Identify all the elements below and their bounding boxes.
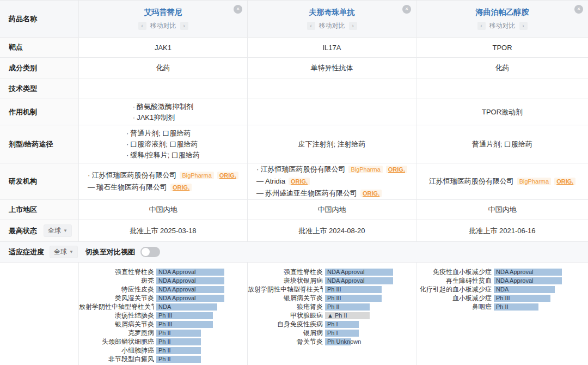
market-cell: 中国内地 — [79, 200, 248, 220]
close-icon[interactable]: ✕ — [574, 5, 583, 14]
row-label-category: 成分类别 — [0, 58, 79, 78]
developer-line: 江苏恒瑞医药股份有限公司BigPharmaORIG. — [429, 175, 576, 187]
market-cell: 中国内地 — [248, 200, 416, 220]
dosage-cell: ·普通片剂; 口服给药 ·口服溶液剂; 口服给药 ·缓释/控释片; 口服给药 — [79, 125, 248, 163]
indication-chart-1: 强直性脊柱炎NDA Approval斑秃NDA Approval特应性皮炎NDA… — [79, 263, 248, 365]
close-icon[interactable]: ✕ — [402, 5, 411, 14]
move-right-icon[interactable]: › — [519, 22, 528, 30]
mechanism-cell: ·酪氨酸激酶抑制剂 ·JAK1抑制剂 — [79, 99, 248, 125]
indication-phase-bar: NDA Approval — [325, 277, 393, 284]
indication-row: 银屑病关节炎Ph III — [248, 294, 416, 302]
indication-label: 类风湿关节炎 — [79, 294, 154, 303]
indication-row: 放射学阴性中轴型脊柱关节...NDA — [79, 302, 247, 311]
indication-phase-bar: NDA Approval — [156, 277, 224, 284]
indication-row: 克罗恩病Ph II — [79, 328, 247, 337]
indication-label: 银屑病关节炎 — [79, 320, 154, 329]
indication-label: 放射学阴性中轴型脊柱关节... — [248, 285, 323, 294]
compare-view-toggle-label: 切换至对比视图 — [85, 247, 135, 257]
tech-type-cell — [248, 78, 416, 99]
target-cell: IL17A — [248, 38, 416, 58]
move-left-icon[interactable]: ‹ — [138, 22, 146, 30]
move-left-icon[interactable]: ‹ — [307, 22, 315, 30]
indication-label: 狼疮肾炎 — [248, 302, 323, 312]
indication-label: 头颈部鳞状细胞癌 — [79, 337, 154, 346]
indication-row: 银屑病关节炎Ph III — [79, 320, 247, 328]
orig-link[interactable]: ORIG. — [289, 178, 310, 185]
indication-phase-bar: Ph II — [494, 303, 538, 311]
developer-line: —AtridiaORIG. — [256, 175, 407, 187]
developer-line: ·江苏恒瑞医药股份有限公司BigPharmaORIG. — [256, 163, 407, 175]
dosage-cell: 皮下注射剂; 注射给药 — [248, 125, 416, 163]
drug-name-link[interactable]: 夫那奇珠单抗 — [309, 8, 355, 17]
indication-label: 强直性脊柱炎 — [79, 267, 154, 277]
indication-phase-bar: Ph II — [156, 347, 201, 354]
row-label-developer: 研发机构 — [0, 163, 79, 200]
developer-cell: ·江苏恒瑞医药股份有限公司BigPharmaORIG. —瑞石生物医药有限公司O… — [79, 163, 248, 200]
indication-row: 化疗引起的血小板减少症NDA — [416, 285, 588, 294]
indication-label: 银屑病 — [248, 328, 323, 338]
indication-phase-bar: NDA Approval — [494, 277, 562, 284]
indication-label: 小细胞肺癌 — [79, 346, 154, 355]
compare-view-toggle[interactable] — [140, 247, 160, 257]
indication-row: 特应性皮炎NDA Approval — [79, 285, 247, 294]
row-label-drug-name: 药品名称 — [0, 1, 79, 38]
status-cell: 批准上市 2025-03-18 — [79, 220, 248, 242]
developer-line: —瑞石生物医药有限公司ORIG. — [88, 181, 238, 193]
status-cell: 批准上市 2024-08-20 — [248, 220, 416, 242]
indication-progress-row: 适应症进度 全球▼ 切换至对比视图 — [0, 242, 588, 263]
indication-label: 血小板减少症 — [416, 294, 492, 303]
indication-row: 自身免疫性疾病Ph I — [248, 320, 416, 328]
indication-phase-bar: Ph Unknown — [325, 338, 351, 345]
indication-phase-bar: Ph III — [325, 286, 382, 293]
orig-link[interactable]: ORIG. — [360, 190, 382, 197]
indication-phase-bar: NDA Approval — [325, 269, 393, 276]
drug-header-1: ✕ 艾玛昔替尼 ‹ 移动对比 › — [79, 1, 248, 38]
indication-row: 头颈部鳞状细胞癌Ph II — [79, 337, 247, 346]
indication-phase-bar: NDA — [156, 303, 217, 311]
mechanism-item: ·JAK1抑制剂 — [133, 112, 193, 123]
developer-cell: 江苏恒瑞医药股份有限公司BigPharmaORIG. — [416, 163, 588, 200]
indication-phase-bar: NDA Approval — [156, 295, 224, 302]
move-right-icon[interactable]: › — [349, 22, 357, 30]
target-cell: JAK1 — [79, 38, 248, 58]
row-label-target: 靶点 — [0, 38, 79, 58]
mechanism-cell — [248, 99, 416, 125]
indication-row: 非节段型白癜风Ph II — [79, 355, 247, 363]
region-filter-dropdown[interactable]: 全球▼ — [44, 224, 72, 237]
indication-row: 小细胞肺癌Ph II — [79, 346, 247, 355]
region-filter-dropdown[interactable]: 全球▼ — [50, 246, 78, 258]
dosage-item: ·口服溶液剂; 口服给药 — [126, 139, 200, 150]
move-right-icon[interactable]: › — [180, 22, 188, 30]
chart-area-left-spacer — [0, 263, 79, 365]
company-name: 江苏恒瑞医药股份有限公司 — [260, 165, 345, 173]
mechanism-item: ·酪氨酸激酶抑制剂 — [133, 101, 193, 112]
indication-phase-bar: NDA Approval — [156, 286, 224, 293]
company-name: Atridia — [265, 177, 285, 185]
market-cell: 中国内地 — [416, 200, 588, 220]
indication-label: 特应性皮炎 — [79, 285, 154, 294]
indication-row: 狼疮肾炎Ph II — [248, 302, 416, 311]
indication-row: 骨关节炎Ph Unknown — [248, 337, 416, 346]
orig-link[interactable]: ORIG. — [217, 172, 238, 179]
indication-row: 血小板减少症Ph III — [416, 294, 588, 302]
tech-type-cell — [79, 78, 248, 99]
indication-label: 免疫性血小板减少症 — [416, 267, 492, 277]
indication-row: 银屑病Ph I — [248, 328, 416, 337]
orig-link[interactable]: ORIG. — [170, 184, 192, 191]
orig-link[interactable]: ORIG. — [386, 166, 407, 173]
close-icon[interactable]: ✕ — [234, 5, 242, 14]
bigpharma-badge: BigPharma — [180, 172, 213, 179]
drug-name-link[interactable]: 艾玛昔替尼 — [144, 8, 182, 17]
row-label-mechanism: 作用机制 — [0, 99, 79, 125]
orig-link[interactable]: ORIG. — [554, 178, 575, 185]
indication-row: 溃疡性结肠炎Ph III — [79, 311, 247, 320]
company-name: 苏州盛迪亚生物医药有限公司 — [265, 189, 357, 197]
indication-label: 克罗恩病 — [79, 328, 154, 338]
move-left-icon[interactable]: ‹ — [477, 22, 486, 30]
indication-label: 非节段型白癜风 — [79, 355, 154, 364]
indication-phase-bar: NDA Approval — [494, 269, 562, 276]
indication-phase-bar: Ph I — [325, 330, 359, 337]
drug-name-link[interactable]: 海曲泊帕乙醇胺 — [476, 8, 529, 17]
row-label-tech-type: 技术类型 — [0, 78, 79, 99]
indication-phase-bar: Ph II — [325, 303, 370, 311]
